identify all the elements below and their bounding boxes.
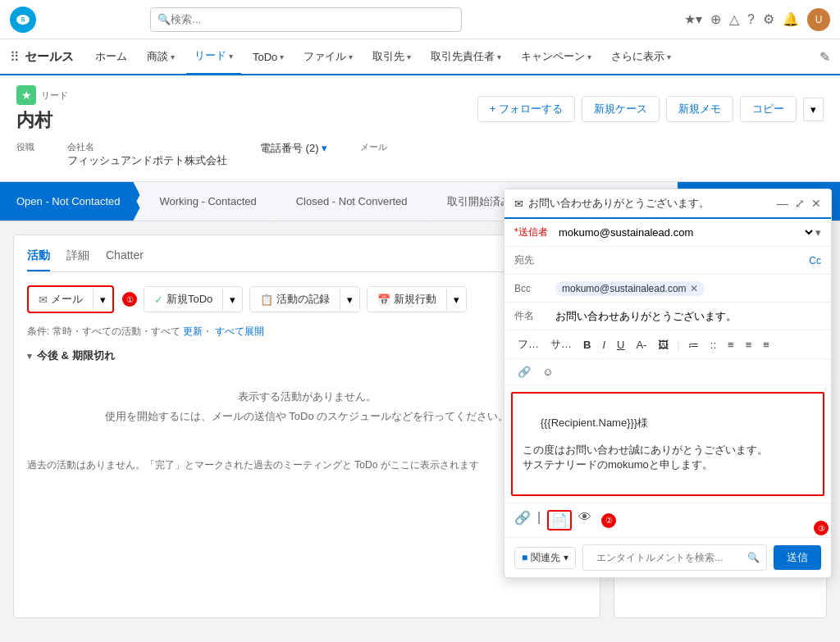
new-memo-button[interactable]: 新規メモ <box>666 96 733 122</box>
calendar-icon: 📅 <box>377 294 390 306</box>
email-modal: ✉ お問い合わせありがとうございます。 — ⤢ ✕ *送信者 mokumo@su… <box>504 189 832 578</box>
follow-button[interactable]: + フォローする <box>477 96 575 122</box>
record-identity: ★ リード 内村 <box>16 85 68 133</box>
nav-more[interactable]: さらに表示 ▾ <box>603 39 679 75</box>
action-dropdown-button[interactable]: ▾ <box>446 289 466 311</box>
search-input[interactable] <box>171 13 454 25</box>
emoji-button[interactable]: ☺ <box>539 364 556 380</box>
copy-button[interactable]: コピー <box>740 96 797 122</box>
align-right-button[interactable]: ≡ <box>760 337 773 353</box>
size-button[interactable]: サ… <box>547 335 575 353</box>
favorites-icon[interactable]: ★▾ <box>684 11 702 27</box>
edit-icon[interactable]: ✎ <box>819 49 830 65</box>
expand-icon[interactable]: ⤢ <box>795 197 805 210</box>
extra-toolbar: 🔗 ☺ <box>504 359 831 385</box>
chevron-down-icon: ▾ <box>667 52 671 61</box>
grid-icon[interactable]: ⠿ <box>10 49 20 65</box>
new-action-button[interactable]: 📅 新規行動 <box>368 287 446 312</box>
font-button[interactable]: フ… <box>514 335 542 353</box>
nav-home[interactable]: ホーム <box>87 39 135 75</box>
app-navigation: ⠿ セールス ホーム 商談 ▾ リード ▾ ToDo ▾ ファイル ▾ 取引先 … <box>0 39 840 75</box>
help-icon[interactable]: ? <box>747 12 755 27</box>
activity-record-button[interactable]: 📋 活動の記録 <box>250 287 340 312</box>
chevron-down-icon: ▾ <box>229 52 233 61</box>
modal-footer: 🔗 | 📄 👁 ② <box>504 503 831 537</box>
phone-dropdown[interactable]: ▾ <box>322 142 327 154</box>
list2-button[interactable]: :: <box>707 337 719 353</box>
nav-contacts[interactable]: 取引先責任者 ▾ <box>422 39 509 75</box>
search-icon: 🔍 <box>747 552 760 563</box>
email-label: メール <box>360 141 387 153</box>
tab-activity[interactable]: 活動 <box>27 248 50 271</box>
update-link[interactable]: 更新 <box>183 326 203 337</box>
email-dropdown-button[interactable]: ▾ <box>93 289 112 311</box>
related-select[interactable]: ■ 関連先 ▾ <box>514 547 576 569</box>
bell-icon[interactable]: 🔔 <box>783 11 799 27</box>
empty-state: 表示する活動がありません。 使用を開始するには、メールの送信や ToDo のスケ… <box>27 373 587 445</box>
list-button[interactable]: ≔ <box>685 337 702 353</box>
tab-bar: 活動 詳細 Chatter <box>27 248 587 272</box>
brand-name: セールス <box>25 49 74 65</box>
new-case-button[interactable]: 新規ケース <box>582 96 660 122</box>
action-buttons: ✉ メール ▾ ① ✓ 新規ToDo ▾ 📋 活動の記録 ▾ <box>27 285 587 313</box>
tab-details[interactable]: 詳細 <box>66 248 89 271</box>
nav-files[interactable]: ファイル ▾ <box>295 39 361 75</box>
from-label: *送信者 <box>514 225 555 239</box>
link-button[interactable]: 🔗 <box>514 364 534 380</box>
add-icon[interactable]: ⊕ <box>710 11 721 27</box>
status-step-open[interactable]: Open - Not Contacted <box>0 182 143 221</box>
align-left-button[interactable]: ≡ <box>724 337 737 353</box>
todo-dropdown-button[interactable]: ▾ <box>222 289 242 311</box>
view-icon[interactable]: 👁 <box>578 510 591 530</box>
template-icon[interactable]: 📄 <box>547 510 572 530</box>
lead-icon: ★ <box>16 85 36 105</box>
activity-dropdown-button[interactable]: ▾ <box>340 289 359 311</box>
status-step-closed[interactable]: Closed - Not Converted <box>273 182 431 221</box>
chevron-down-icon: ▾ <box>587 52 591 61</box>
send-button[interactable]: 送信 <box>774 545 821 570</box>
todo-icon: ✓ <box>154 294 163 306</box>
new-todo-button[interactable]: ✓ 新規ToDo <box>144 287 222 312</box>
phone-field: 電話番号 (2) ▾ <box>260 141 327 168</box>
new-action-group: 📅 新規行動 ▾ <box>367 286 467 312</box>
gear-icon[interactable]: ⚙ <box>763 11 774 27</box>
from-select[interactable]: mokumo@sustainalead.com <box>555 225 815 239</box>
font-color-button[interactable]: A- <box>632 337 650 353</box>
attachment-icon[interactable]: 🔗 <box>514 510 531 530</box>
bold-button[interactable]: B <box>580 337 594 353</box>
record-details: 役職 会社名 フィッシュアンドポテト株式会社 電話番号 (2) ▾ メール <box>16 141 824 168</box>
circle-3: ③ <box>814 521 829 535</box>
salesforce-logo[interactable]: S <box>10 7 36 33</box>
nav-campaigns[interactable]: キャンペーン ▾ <box>513 39 600 75</box>
minimize-icon[interactable]: — <box>777 197 788 210</box>
align-center-button[interactable]: ≡ <box>742 337 756 353</box>
cc-button[interactable]: Cc <box>809 255 821 266</box>
search-entitlement: 🔍 <box>582 544 767 571</box>
subject-input[interactable] <box>555 310 821 322</box>
underline-button[interactable]: U <box>614 337 628 353</box>
close-icon[interactable]: ✕ <box>811 197 821 210</box>
actions-dropdown[interactable]: ▾ <box>803 98 824 121</box>
nav-deals[interactable]: 商談 ▾ <box>139 39 183 75</box>
nav-todo[interactable]: ToDo ▾ <box>244 39 292 75</box>
record-header-top: ★ リード 内村 + フォローする 新規ケース 新規メモ コピー ▾ <box>16 85 824 133</box>
record-type-badge: ★ リード <box>16 85 68 105</box>
tab-chatter[interactable]: Chatter <box>106 248 144 271</box>
entitlement-search[interactable] <box>590 549 747 567</box>
italic-button[interactable]: I <box>599 337 609 353</box>
chevron-down-icon: ▾ <box>171 52 175 61</box>
chevron-down-icon: ▾ <box>349 52 353 61</box>
status-step-working[interactable]: Working - Contacted <box>136 182 279 221</box>
email-icon: ✉ <box>39 294 48 306</box>
nav-accounts[interactable]: 取引先 ▾ <box>364 39 419 75</box>
bcc-remove-icon[interactable]: ✕ <box>690 283 698 294</box>
email-button[interactable]: ✉ メール <box>29 287 93 312</box>
image-button[interactable]: 🖼 <box>655 337 672 353</box>
circle-1: ① <box>122 292 137 307</box>
expand-link[interactable]: すべて展開 <box>215 326 264 337</box>
setup-icon[interactable]: △ <box>729 11 739 27</box>
nav-leads[interactable]: リード ▾ <box>186 39 241 75</box>
avatar[interactable]: U <box>807 8 830 31</box>
email-body[interactable]: {{{Recipient.Name}}}様 この度はお問い合わせ誠にありがとうご… <box>511 392 824 496</box>
from-row: *送信者 mokumo@sustainalead.com ▾ <box>504 219 831 247</box>
